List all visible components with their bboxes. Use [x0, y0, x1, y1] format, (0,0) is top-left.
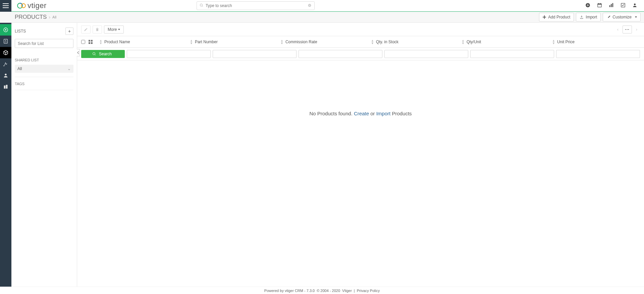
svg-rect-0: [3, 3, 9, 4]
rail-organization[interactable]: [0, 81, 11, 93]
svg-rect-15: [609, 5, 610, 7]
chevron-right-icon: ›: [49, 14, 50, 20]
svg-line-39: [95, 54, 96, 55]
empty-create-link[interactable]: Create: [354, 111, 369, 116]
filter-unit-price[interactable]: [556, 50, 640, 58]
add-product-button[interactable]: Add Product: [539, 13, 574, 21]
caret-down-icon: [118, 29, 120, 30]
delete-button[interactable]: [93, 25, 102, 34]
footer-privacy-link[interactable]: Privacy Policy: [357, 289, 380, 293]
chevron-down-icon: ⌄: [67, 66, 71, 71]
col-qty-unit[interactable]: ▲▼Qty/Unit: [459, 39, 549, 45]
more-dropdown[interactable]: More: [104, 25, 124, 34]
page-prev-button[interactable]: ‹: [614, 25, 621, 34]
sort-icon: ▲▼: [99, 39, 102, 45]
svg-point-23: [5, 29, 6, 31]
svg-rect-13: [598, 3, 599, 4]
brand-logo: vtiger: [15, 1, 47, 10]
col-qty-in-stock[interactable]: ▲▼Qty. in Stock: [368, 39, 459, 45]
page-next-button[interactable]: ›: [633, 25, 640, 34]
tags-heading: TAGS: [15, 82, 73, 86]
search-scope-dropdown[interactable]: [308, 3, 312, 8]
quick-create-icon[interactable]: [585, 3, 590, 9]
filter-row: Search: [77, 48, 644, 60]
divider: [15, 77, 73, 77]
import-button[interactable]: Import: [576, 13, 601, 21]
apply-filter-button[interactable]: Search: [81, 50, 125, 58]
rail-opportunities[interactable]: [0, 58, 11, 70]
svg-rect-21: [543, 17, 546, 17]
col-part-number[interactable]: ▲▼Part Number: [187, 39, 278, 45]
breadcrumb: PRODUCTS › All: [15, 14, 56, 20]
tasks-icon[interactable]: [621, 3, 626, 9]
select-all-checkbox[interactable]: [81, 40, 85, 44]
table-header: ▲▼Product Name ▲▼Part Number ▲▼Commissio…: [77, 36, 644, 48]
svg-rect-36: [89, 42, 90, 44]
rail-dashboard[interactable]: [0, 24, 11, 36]
filter-product-name[interactable]: [127, 50, 211, 58]
global-search[interactable]: [197, 1, 315, 10]
filter-part-number[interactable]: [213, 50, 297, 58]
svg-rect-12: [598, 4, 601, 5]
filter-search-label: Search: [99, 52, 112, 56]
column-config-icon[interactable]: [89, 40, 97, 44]
col-commission-rate[interactable]: ▲▼Commission Rate: [278, 39, 368, 45]
customize-button[interactable]: Customize: [603, 13, 641, 21]
svg-point-27: [3, 65, 4, 66]
footer-powered: Powered by vtiger CRM - 7.3.0: [264, 289, 315, 293]
filter-commission-rate[interactable]: [299, 50, 382, 58]
col-product-name[interactable]: ▲▼Product Name: [97, 39, 187, 45]
calendar-icon[interactable]: [597, 3, 602, 9]
module-rail: [0, 23, 11, 287]
svg-rect-24: [4, 39, 8, 43]
collapse-sidebar-button[interactable]: [77, 49, 80, 56]
svg-point-4: [21, 4, 25, 8]
import-label: Import: [586, 15, 597, 19]
svg-rect-29: [4, 85, 6, 89]
footer-sep: |: [354, 289, 355, 293]
svg-rect-32: [96, 28, 99, 28]
breadcrumb-module[interactable]: PRODUCTS: [15, 14, 47, 20]
breadcrumb-view: All: [52, 15, 56, 19]
rail-contacts[interactable]: [0, 36, 11, 47]
svg-rect-1: [3, 5, 9, 6]
shared-list-item-label: All: [17, 66, 22, 71]
footer: Powered by vtiger CRM - 7.3.0 © 2004 - 2…: [0, 287, 644, 294]
list-search-input[interactable]: [18, 41, 70, 46]
shared-list-heading: SHARED LIST: [15, 58, 73, 62]
global-search-input[interactable]: [206, 3, 308, 8]
filter-qty-in-stock[interactable]: [384, 50, 468, 58]
svg-rect-30: [6, 85, 8, 89]
svg-rect-34: [89, 40, 90, 42]
empty-import-link[interactable]: Import: [376, 111, 391, 116]
empty-state: No Products found. Create or Import Prod…: [77, 60, 644, 287]
search-icon: [200, 3, 204, 8]
rail-person[interactable]: [0, 70, 11, 81]
lists-heading: LISTS: [15, 29, 26, 34]
filter-qty-unit[interactable]: [470, 50, 554, 58]
svg-rect-17: [612, 3, 613, 7]
list-search[interactable]: [15, 39, 73, 48]
add-list-button[interactable]: +: [65, 27, 73, 35]
page-jump-button[interactable]: ···: [623, 25, 632, 34]
shared-list-item-all[interactable]: All ⌄: [15, 65, 73, 73]
user-menu-icon[interactable]: [632, 3, 637, 9]
edit-button[interactable]: [81, 25, 91, 34]
main-menu-button[interactable]: [0, 0, 11, 12]
col-unit-price[interactable]: ▲▼Unit Price: [549, 39, 640, 45]
list-toolbar: More ‹ ··· ›: [77, 23, 644, 36]
svg-point-25: [5, 40, 6, 41]
svg-rect-10: [587, 5, 589, 5]
footer-vendor-link[interactable]: Vtiger: [342, 289, 352, 293]
svg-rect-31: [96, 29, 98, 31]
svg-rect-16: [611, 4, 612, 7]
caret-down-icon: [635, 16, 637, 18]
svg-point-28: [5, 74, 6, 75]
lists-panel: LISTS + SHARED LIST All ⌄ TAGS: [11, 23, 77, 287]
reports-icon[interactable]: [609, 3, 614, 9]
svg-line-6: [202, 6, 203, 7]
brand-logo-icon: [15, 2, 27, 9]
svg-point-5: [200, 4, 202, 6]
rail-products[interactable]: [0, 47, 11, 58]
svg-rect-2: [3, 7, 9, 8]
